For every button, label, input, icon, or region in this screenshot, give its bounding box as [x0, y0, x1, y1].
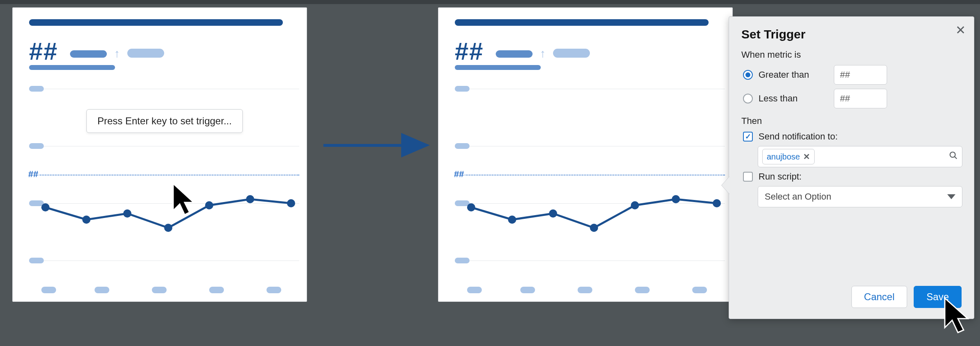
svg-line-16	[955, 157, 957, 159]
less-than-row: Less than ##	[743, 89, 962, 108]
run-script-select-placeholder: Select an Option	[765, 191, 831, 202]
x-axis-ticks	[455, 287, 725, 295]
set-trigger-dialog: ✕ Set Trigger When metric is Greater tha…	[729, 16, 974, 319]
greater-than-row: Greater than ##	[743, 65, 962, 85]
metric-delta-pill	[127, 49, 164, 58]
flow-arrow-icon	[323, 133, 434, 157]
notification-recipients-input[interactable]: anujbose ✕	[758, 146, 962, 167]
tooltip-text: Press Enter key to set trigger...	[97, 115, 232, 126]
greater-than-value: ##	[840, 70, 850, 80]
svg-point-12	[631, 201, 639, 209]
metric-delta-pill	[553, 49, 590, 58]
x-tick-pill	[266, 287, 281, 293]
x-axis-ticks	[29, 287, 299, 295]
run-script-row: Run script:	[743, 171, 962, 182]
metric-subline-skeleton	[455, 65, 541, 70]
dialog-title: Set Trigger	[741, 27, 962, 41]
svg-point-5	[246, 195, 254, 203]
card-title-skeleton	[29, 19, 283, 26]
when-metric-label: When metric is	[741, 49, 962, 60]
x-tick-pill	[152, 287, 167, 293]
chart-area[interactable]: ##	[455, 81, 725, 273]
svg-point-6	[287, 199, 295, 207]
search-icon[interactable]	[949, 151, 958, 162]
stage: ## ↑ ##	[0, 0, 980, 346]
x-tick-pill	[95, 287, 109, 293]
recipient-chip[interactable]: anujbose ✕	[762, 149, 815, 164]
run-script-label: Run script:	[759, 171, 802, 182]
less-than-radio[interactable]	[743, 94, 753, 103]
send-notification-label: Send notification to:	[759, 131, 838, 142]
svg-point-2	[123, 209, 131, 218]
svg-point-3	[164, 224, 172, 232]
window-top-strip	[0, 0, 980, 4]
then-label: Then	[741, 116, 962, 126]
svg-point-14	[713, 199, 721, 207]
x-tick-pill	[578, 287, 592, 293]
svg-point-9	[508, 216, 516, 224]
x-tick-pill	[41, 287, 56, 293]
svg-point-10	[549, 209, 557, 218]
chevron-down-icon	[947, 194, 955, 199]
x-tick-pill	[692, 287, 707, 293]
save-button-label: Save	[926, 291, 949, 303]
send-notification-checkbox[interactable]: ✓	[743, 132, 753, 142]
svg-point-13	[672, 195, 680, 203]
metric-subpill	[70, 50, 107, 58]
run-script-select[interactable]: Select an Option	[758, 186, 962, 207]
send-notification-row: ✓ Send notification to:	[743, 131, 962, 142]
cancel-button-label: Cancel	[864, 291, 895, 303]
dialog-buttons: Cancel Save	[851, 286, 962, 308]
x-tick-pill	[467, 287, 482, 293]
svg-point-1	[82, 216, 90, 224]
trend-up-icon: ↑	[114, 47, 120, 60]
greater-than-input[interactable]: ##	[834, 65, 887, 85]
chart-card-left: ## ↑ ##	[12, 7, 307, 302]
dialog-pointer-icon	[722, 176, 730, 194]
recipient-chip-label: anujbose	[767, 152, 800, 162]
close-icon[interactable]: ✕	[955, 24, 966, 36]
metric-value: ##	[29, 37, 58, 65]
greater-than-radio[interactable]	[743, 70, 753, 80]
metric-subpill	[496, 50, 533, 58]
trend-up-icon: ↑	[540, 47, 546, 60]
greater-than-label: Greater than	[759, 70, 828, 80]
save-button[interactable]: Save	[914, 286, 962, 308]
remove-chip-icon[interactable]: ✕	[803, 152, 810, 162]
chart-card-right: ## ↑ ##	[438, 7, 733, 302]
metric-subline-skeleton	[29, 65, 115, 70]
less-than-value: ##	[840, 93, 850, 104]
svg-point-8	[467, 203, 475, 211]
x-tick-pill	[520, 287, 535, 293]
metric-value: ##	[455, 37, 484, 65]
svg-point-15	[950, 152, 955, 157]
svg-point-4	[205, 201, 213, 209]
svg-point-0	[41, 203, 50, 211]
less-than-label: Less than	[759, 93, 828, 104]
set-trigger-tooltip: Press Enter key to set trigger...	[86, 109, 243, 133]
less-than-input[interactable]: ##	[834, 89, 887, 108]
line-chart	[455, 81, 725, 273]
svg-point-11	[590, 224, 598, 232]
run-script-checkbox[interactable]	[743, 172, 753, 182]
x-tick-pill	[209, 287, 224, 293]
card-title-skeleton	[455, 19, 709, 26]
cancel-button[interactable]: Cancel	[851, 286, 908, 308]
x-tick-pill	[635, 287, 650, 293]
